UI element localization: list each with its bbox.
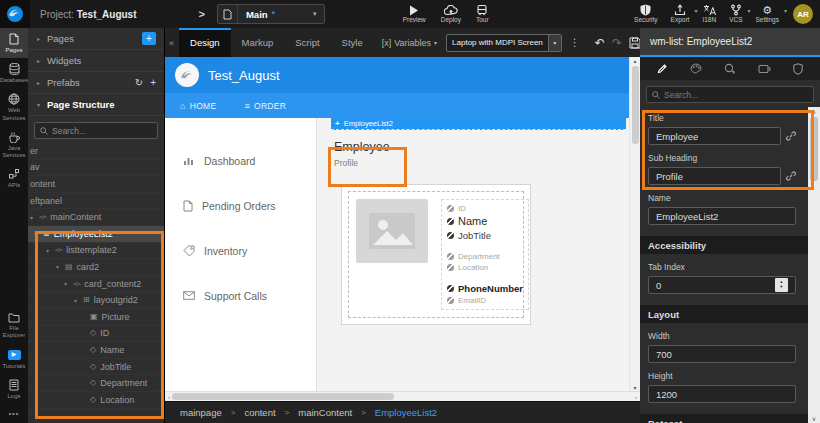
i18n-button[interactable]: I18N <box>702 4 716 24</box>
rail-item-logs[interactable]: Logs <box>0 374 28 404</box>
field-emailid[interactable]: EmailID <box>447 295 523 306</box>
section-page-structure[interactable]: ▾ Page Structure <box>28 94 164 116</box>
tree-item-jobtitle[interactable]: ◇ JobTitle <box>28 359 164 376</box>
field-department[interactable]: Department <box>447 251 523 262</box>
sidebar-item-support-calls[interactable]: Support Calls <box>165 273 316 318</box>
section-prefabs[interactable]: ▸ Prefabs ↻ + <box>28 72 164 94</box>
properties-search-input[interactable]: Search... <box>646 86 814 103</box>
tree-item-card-content2[interactable]: ▾ </> card_content2 <box>28 276 164 293</box>
more-options-icon[interactable]: ⋮ <box>570 37 581 48</box>
stepper-arrows[interactable]: ▴▾ <box>775 278 788 292</box>
tree-item-listtemplate2[interactable]: ▾ </> listtemplate2 <box>28 243 164 260</box>
tab-script[interactable]: Script <box>284 28 330 57</box>
picture-placeholder[interactable] <box>356 199 428 263</box>
tab-events[interactable] <box>724 63 736 75</box>
tree-item-card2[interactable]: ▾ ▤ card2 <box>28 259 164 276</box>
rail-item-apis[interactable]: APIs <box>0 163 28 193</box>
canvas-horizontal-scrollbar[interactable]: ‹ › <box>165 391 640 401</box>
section-widgets[interactable]: ▸ Widgets <box>28 50 164 72</box>
nav-order[interactable]: ≡ ORDER <box>244 101 286 111</box>
tab-styles[interactable] <box>690 63 702 74</box>
list-heading-block[interactable]: Employee Profile <box>334 140 626 168</box>
scroll-up-icon[interactable]: ∧ <box>812 108 816 115</box>
breadcrumb-maincontent[interactable]: mainContent <box>298 407 352 418</box>
subheading-input[interactable]: Profile <box>648 167 781 185</box>
field-id[interactable]: ID <box>447 203 523 214</box>
tree-item-id[interactable]: ◇ ID <box>28 326 164 343</box>
redo-button[interactable]: ↷ <box>612 36 622 50</box>
scroll-right-icon[interactable]: › <box>635 394 637 400</box>
tab-index-stepper[interactable]: 0 ▴▾ <box>648 276 796 294</box>
list-widget[interactable]: ID Name JobTitle Department Location Pho… <box>341 184 531 325</box>
tree-item-department[interactable]: ◇ Department <box>28 375 164 392</box>
export-button[interactable]: Export ▾ <box>671 4 690 24</box>
scroll-down-icon[interactable]: ∨ <box>812 415 816 422</box>
wavemaker-logo[interactable] <box>0 0 30 28</box>
section-layout[interactable]: Layout <box>640 305 820 323</box>
tab-markup[interactable]: Markup <box>231 28 285 57</box>
tree-item-maincontent[interactable]: ▾ </> mainContent <box>28 209 164 226</box>
tree-item-layoutgrid2[interactable]: ▾ ⊞ layoutgrid2 <box>28 292 164 309</box>
rail-more-button[interactable]: ••• <box>0 404 28 423</box>
project-expand-chevron[interactable]: > <box>199 8 205 20</box>
tree-item-header[interactable]: er <box>28 143 164 160</box>
sidebar-item-dashboard[interactable]: Dashboard <box>165 138 316 183</box>
height-input[interactable]: 1200 <box>648 385 796 403</box>
nav-home[interactable]: ⌂ HOME <box>180 101 216 111</box>
scroll-down-icon[interactable]: ▾ <box>633 384 636 391</box>
list-item-template[interactable]: ID Name JobTitle Department Location Pho… <box>348 191 524 318</box>
tab-security[interactable] <box>793 63 803 75</box>
scrollbar-thumb[interactable] <box>632 66 639 144</box>
scrollbar-thumb[interactable] <box>810 117 818 181</box>
tab-design[interactable]: Design <box>179 28 231 57</box>
device-preview-select[interactable]: Laptop with MDPI Screen ▾ <box>446 34 562 52</box>
breadcrumb-mainpage[interactable]: mainpage <box>180 407 222 418</box>
preview-button[interactable]: Preview <box>403 4 426 24</box>
rail-item-pages[interactable]: Pages <box>0 28 28 58</box>
tree-item-picture[interactable]: ▣ Picture <box>28 309 164 326</box>
rail-item-java-services[interactable]: Java Services <box>0 126 28 163</box>
tree-item-nav[interactable]: av <box>28 160 164 177</box>
tab-style[interactable]: Style <box>331 28 374 57</box>
tab-properties[interactable] <box>657 63 668 74</box>
collapse-left-icon[interactable]: « <box>165 38 179 48</box>
structure-search-input[interactable]: Search... <box>34 122 158 139</box>
bind-link-icon[interactable] <box>786 171 796 181</box>
rail-item-databases[interactable]: Databases <box>0 58 28 88</box>
add-prefab-icon[interactable]: + <box>150 78 156 88</box>
sidebar-item-pending-orders[interactable]: Pending Orders <box>165 183 316 228</box>
width-input[interactable]: 700 <box>648 345 796 363</box>
vcs-button[interactable]: VCS ▾ <box>729 4 742 24</box>
bind-link-icon[interactable] <box>786 131 796 141</box>
scrollbar-thumb[interactable] <box>172 393 394 400</box>
add-page-button[interactable]: + <box>142 32 156 45</box>
breadcrumb-employeelist2[interactable]: EmployeeList2 <box>375 407 437 418</box>
user-avatar[interactable]: AR <box>793 4 813 24</box>
page-selector[interactable]: Main * ▾ <box>217 4 325 24</box>
rail-item-file-explorer[interactable]: File Explorer <box>0 306 28 343</box>
field-location[interactable]: Location <box>447 262 523 273</box>
name-input[interactable]: EmployeeList2 <box>648 207 796 225</box>
breadcrumb-content[interactable]: content <box>244 407 275 418</box>
properties-scrollbar[interactable]: ∧ ∨ <box>808 107 820 423</box>
selected-widget-tag[interactable]: + EmployeeList2 <box>331 118 626 130</box>
section-dataset[interactable]: Dataset <box>640 414 820 423</box>
title-input[interactable]: Employee <box>648 127 781 145</box>
refresh-icon[interactable]: ↻ <box>135 78 143 88</box>
rail-item-web-services[interactable]: Web Services <box>0 88 28 125</box>
section-pages[interactable]: ▸ Pages + <box>28 28 164 50</box>
tree-item-name[interactable]: ◇ Name <box>28 342 164 359</box>
scroll-up-icon[interactable]: ▴ <box>633 57 636 64</box>
rail-item-tutorials[interactable]: ▶ Tutorials <box>0 344 28 374</box>
tree-item-location[interactable]: ◇ Location <box>28 392 164 409</box>
variables-button[interactable]: [x] Variables ▾ <box>382 38 437 48</box>
field-jobtitle[interactable]: JobTitle <box>447 229 523 242</box>
tree-item-employeelist2[interactable]: ▾ ≣ EmployeeList2 <box>28 226 164 243</box>
scroll-left-icon[interactable]: ‹ <box>168 394 170 400</box>
section-accessibility[interactable]: Accessibility <box>640 236 820 254</box>
undo-button[interactable]: ↶ <box>595 36 605 50</box>
field-name[interactable]: Name <box>447 214 523 229</box>
security-button[interactable]: Security <box>634 4 657 24</box>
tab-device[interactable] <box>758 64 771 74</box>
tree-item-content[interactable]: ontent <box>28 176 164 193</box>
